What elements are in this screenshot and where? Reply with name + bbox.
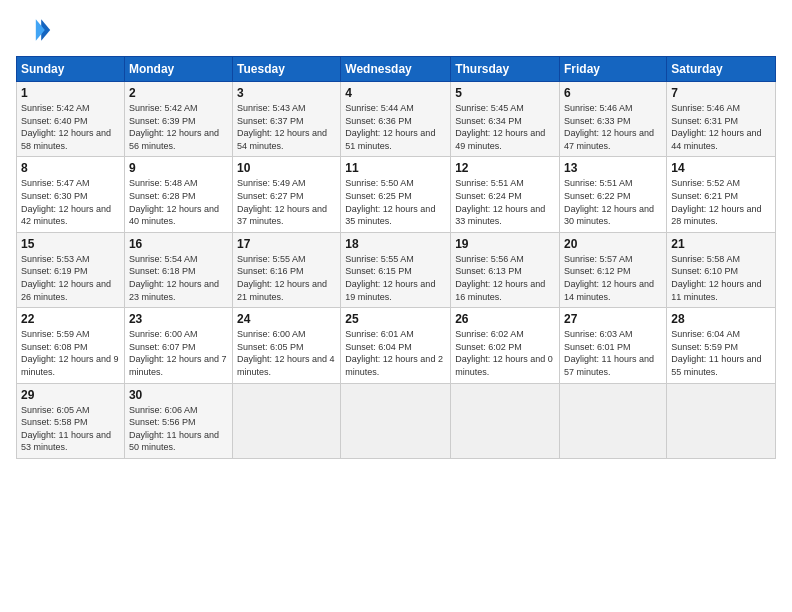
calendar-cell: 18 Sunrise: 5:55 AMSunset: 6:15 PMDaylig… [341,232,451,307]
calendar-week-2: 8 Sunrise: 5:47 AMSunset: 6:30 PMDayligh… [17,157,776,232]
day-number: 4 [345,86,446,100]
day-info: Sunrise: 5:42 AMSunset: 6:39 PMDaylight:… [129,103,219,151]
calendar-cell: 2 Sunrise: 5:42 AMSunset: 6:39 PMDayligh… [124,82,232,157]
day-number: 6 [564,86,662,100]
calendar-cell: 11 Sunrise: 5:50 AMSunset: 6:25 PMDaylig… [341,157,451,232]
day-info: Sunrise: 5:43 AMSunset: 6:37 PMDaylight:… [237,103,327,151]
day-number: 24 [237,312,336,326]
day-number: 5 [455,86,555,100]
day-number: 13 [564,161,662,175]
day-number: 25 [345,312,446,326]
calendar-cell: 23 Sunrise: 6:00 AMSunset: 6:07 PMDaylig… [124,308,232,383]
calendar-cell: 19 Sunrise: 5:56 AMSunset: 6:13 PMDaylig… [451,232,560,307]
day-info: Sunrise: 5:53 AMSunset: 6:19 PMDaylight:… [21,254,111,302]
day-info: Sunrise: 6:00 AMSunset: 6:05 PMDaylight:… [237,329,335,377]
day-info: Sunrise: 5:51 AMSunset: 6:24 PMDaylight:… [455,178,545,226]
day-number: 19 [455,237,555,251]
weekday-header-saturday: Saturday [667,57,776,82]
day-number: 23 [129,312,228,326]
day-info: Sunrise: 5:45 AMSunset: 6:34 PMDaylight:… [455,103,545,151]
calendar-week-3: 15 Sunrise: 5:53 AMSunset: 6:19 PMDaylig… [17,232,776,307]
day-number: 21 [671,237,771,251]
calendar-week-1: 1 Sunrise: 5:42 AMSunset: 6:40 PMDayligh… [17,82,776,157]
calendar-cell: 12 Sunrise: 5:51 AMSunset: 6:24 PMDaylig… [451,157,560,232]
calendar-cell: 21 Sunrise: 5:58 AMSunset: 6:10 PMDaylig… [667,232,776,307]
day-number: 7 [671,86,771,100]
calendar-cell [341,383,451,458]
day-number: 12 [455,161,555,175]
calendar-cell: 26 Sunrise: 6:02 AMSunset: 6:02 PMDaylig… [451,308,560,383]
calendar-cell: 9 Sunrise: 5:48 AMSunset: 6:28 PMDayligh… [124,157,232,232]
calendar-cell: 20 Sunrise: 5:57 AMSunset: 6:12 PMDaylig… [560,232,667,307]
day-number: 10 [237,161,336,175]
day-info: Sunrise: 6:03 AMSunset: 6:01 PMDaylight:… [564,329,654,377]
day-info: Sunrise: 5:42 AMSunset: 6:40 PMDaylight:… [21,103,111,151]
day-info: Sunrise: 5:57 AMSunset: 6:12 PMDaylight:… [564,254,654,302]
weekday-header-wednesday: Wednesday [341,57,451,82]
calendar-week-4: 22 Sunrise: 5:59 AMSunset: 6:08 PMDaylig… [17,308,776,383]
calendar-week-5: 29 Sunrise: 6:05 AMSunset: 5:58 PMDaylig… [17,383,776,458]
calendar-cell: 3 Sunrise: 5:43 AMSunset: 6:37 PMDayligh… [233,82,341,157]
weekday-header-monday: Monday [124,57,232,82]
day-number: 18 [345,237,446,251]
weekday-row: SundayMondayTuesdayWednesdayThursdayFrid… [17,57,776,82]
calendar-cell: 17 Sunrise: 5:55 AMSunset: 6:16 PMDaylig… [233,232,341,307]
calendar-cell: 8 Sunrise: 5:47 AMSunset: 6:30 PMDayligh… [17,157,125,232]
calendar-cell [451,383,560,458]
calendar-table: SundayMondayTuesdayWednesdayThursdayFrid… [16,56,776,459]
day-info: Sunrise: 5:52 AMSunset: 6:21 PMDaylight:… [671,178,761,226]
calendar-cell: 27 Sunrise: 6:03 AMSunset: 6:01 PMDaylig… [560,308,667,383]
calendar-cell: 1 Sunrise: 5:42 AMSunset: 6:40 PMDayligh… [17,82,125,157]
header [16,12,776,48]
weekday-header-tuesday: Tuesday [233,57,341,82]
logo [16,12,56,48]
day-info: Sunrise: 5:49 AMSunset: 6:27 PMDaylight:… [237,178,327,226]
calendar-cell: 15 Sunrise: 5:53 AMSunset: 6:19 PMDaylig… [17,232,125,307]
page: SundayMondayTuesdayWednesdayThursdayFrid… [0,0,792,612]
day-number: 17 [237,237,336,251]
day-info: Sunrise: 5:47 AMSunset: 6:30 PMDaylight:… [21,178,111,226]
day-number: 1 [21,86,120,100]
day-number: 9 [129,161,228,175]
calendar-cell: 30 Sunrise: 6:06 AMSunset: 5:56 PMDaylig… [124,383,232,458]
day-number: 2 [129,86,228,100]
day-info: Sunrise: 5:48 AMSunset: 6:28 PMDaylight:… [129,178,219,226]
calendar-cell: 6 Sunrise: 5:46 AMSunset: 6:33 PMDayligh… [560,82,667,157]
calendar-cell: 28 Sunrise: 6:04 AMSunset: 5:59 PMDaylig… [667,308,776,383]
day-number: 14 [671,161,771,175]
calendar-header: SundayMondayTuesdayWednesdayThursdayFrid… [17,57,776,82]
day-number: 26 [455,312,555,326]
calendar-cell: 4 Sunrise: 5:44 AMSunset: 6:36 PMDayligh… [341,82,451,157]
calendar-cell: 25 Sunrise: 6:01 AMSunset: 6:04 PMDaylig… [341,308,451,383]
weekday-header-thursday: Thursday [451,57,560,82]
calendar-cell: 29 Sunrise: 6:05 AMSunset: 5:58 PMDaylig… [17,383,125,458]
calendar-cell: 7 Sunrise: 5:46 AMSunset: 6:31 PMDayligh… [667,82,776,157]
day-info: Sunrise: 5:44 AMSunset: 6:36 PMDaylight:… [345,103,435,151]
calendar-cell: 10 Sunrise: 5:49 AMSunset: 6:27 PMDaylig… [233,157,341,232]
day-number: 16 [129,237,228,251]
day-info: Sunrise: 5:55 AMSunset: 6:16 PMDaylight:… [237,254,327,302]
day-number: 22 [21,312,120,326]
day-number: 28 [671,312,771,326]
calendar-cell: 24 Sunrise: 6:00 AMSunset: 6:05 PMDaylig… [233,308,341,383]
weekday-header-sunday: Sunday [17,57,125,82]
day-info: Sunrise: 5:50 AMSunset: 6:25 PMDaylight:… [345,178,435,226]
day-info: Sunrise: 5:46 AMSunset: 6:33 PMDaylight:… [564,103,654,151]
day-number: 11 [345,161,446,175]
logo-icon [16,12,52,48]
day-info: Sunrise: 5:58 AMSunset: 6:10 PMDaylight:… [671,254,761,302]
day-info: Sunrise: 6:00 AMSunset: 6:07 PMDaylight:… [129,329,227,377]
day-number: 30 [129,388,228,402]
day-number: 3 [237,86,336,100]
calendar-cell: 13 Sunrise: 5:51 AMSunset: 6:22 PMDaylig… [560,157,667,232]
calendar-cell: 22 Sunrise: 5:59 AMSunset: 6:08 PMDaylig… [17,308,125,383]
weekday-header-friday: Friday [560,57,667,82]
calendar-cell [233,383,341,458]
calendar-cell: 14 Sunrise: 5:52 AMSunset: 6:21 PMDaylig… [667,157,776,232]
day-info: Sunrise: 6:02 AMSunset: 6:02 PMDaylight:… [455,329,553,377]
calendar-cell [667,383,776,458]
day-info: Sunrise: 6:05 AMSunset: 5:58 PMDaylight:… [21,405,111,453]
day-info: Sunrise: 6:01 AMSunset: 6:04 PMDaylight:… [345,329,443,377]
day-info: Sunrise: 5:54 AMSunset: 6:18 PMDaylight:… [129,254,219,302]
calendar-cell [560,383,667,458]
